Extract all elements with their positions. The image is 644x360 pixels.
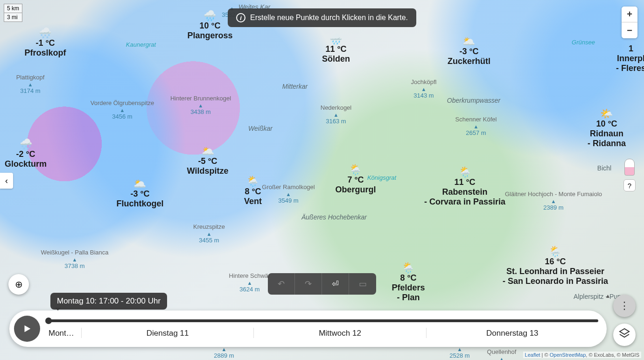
timeline-tooltip: Montag 10: 17:00 - 20:00 Uhr xyxy=(50,293,167,310)
svg-marker-1 xyxy=(25,325,31,332)
zoom-control: + − xyxy=(622,7,637,38)
leaflet-link[interactable]: Leaflet xyxy=(525,352,540,358)
expand-timeline-icon[interactable]: ▴ xyxy=(606,292,609,299)
locate-me-button[interactable]: ⊕ xyxy=(8,274,29,295)
drawing-toolbar: ↶ ↷ ⏎ ▭ xyxy=(268,273,376,295)
info-toast-text: Erstelle neue Punkte durch Klicken in di… xyxy=(250,14,408,22)
redo-button[interactable]: ↷ xyxy=(295,273,322,295)
scale-metric: 5 km xyxy=(4,4,22,13)
svg-marker-0 xyxy=(620,329,629,334)
help-button[interactable]: ? xyxy=(623,179,636,191)
legend-swatch xyxy=(624,159,635,176)
area-tool-button[interactable]: ▭ xyxy=(349,273,376,295)
timeline-day[interactable]: Mittwoch 12 xyxy=(253,328,426,338)
crosshair-icon: ⊕ xyxy=(15,279,23,290)
timeline-track[interactable] xyxy=(49,319,598,322)
timeline-handle[interactable] xyxy=(45,318,52,324)
scale-indicator: 5 km 3 mi xyxy=(4,4,22,22)
info-icon: i xyxy=(236,13,245,22)
zoom-in-button[interactable]: + xyxy=(622,7,637,22)
map-attribution: Leaflet | © OpenStreetMap, © ExoLabs, © … xyxy=(523,352,641,358)
osm-link[interactable]: OpenStreetMap xyxy=(550,352,586,358)
route-tool-button[interactable]: ⏎ xyxy=(322,273,349,295)
layers-icon xyxy=(619,328,630,342)
more-options-button[interactable]: ⋮ xyxy=(613,295,636,317)
timeline-day[interactable]: Dienstag 11 xyxy=(81,328,253,338)
timeline-bar: Mont…Dienstag 11Mittwoch 12Donnerstag 13 xyxy=(9,311,607,347)
timeline-day[interactable]: Mont… xyxy=(49,328,81,338)
scale-imperial: 3 mi xyxy=(4,13,22,21)
info-toast: i Erstelle neue Punkte durch Klicken in … xyxy=(228,8,416,27)
layers-button[interactable] xyxy=(613,324,636,346)
play-icon xyxy=(22,324,32,334)
kebab-icon: ⋮ xyxy=(619,300,630,312)
undo-button[interactable]: ↶ xyxy=(268,273,295,295)
collapse-panel-button[interactable]: ‹ xyxy=(0,173,13,189)
play-button[interactable] xyxy=(14,316,40,342)
timeline-day[interactable]: Donnerstag 13 xyxy=(426,328,598,338)
zoom-out-button[interactable]: − xyxy=(622,22,637,38)
